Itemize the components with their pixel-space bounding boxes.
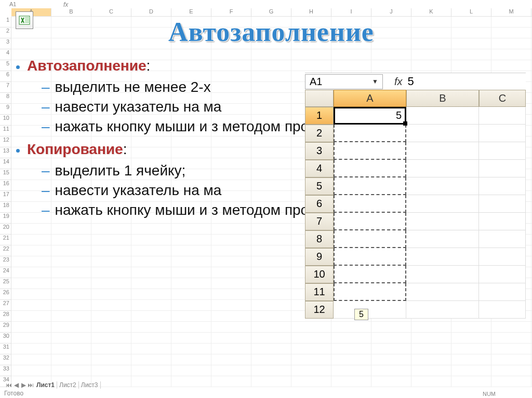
bg-cell — [11, 224, 51, 235]
bg-cell — [211, 311, 251, 322]
inset-col-header[interactable]: C — [479, 90, 526, 107]
tab-nav-first-icon[interactable]: ⏮ — [5, 381, 12, 389]
inset-cell[interactable] — [334, 177, 406, 195]
bg-row-header: 3 — [0, 38, 11, 49]
inset-cell[interactable] — [406, 248, 479, 266]
fill-handle[interactable] — [403, 121, 407, 126]
bg-cell — [91, 344, 131, 354]
inset-cell[interactable] — [334, 248, 406, 266]
bg-row-header: 22 — [0, 245, 11, 256]
bg-cell — [171, 224, 211, 235]
bg-col-header: I — [331, 8, 371, 17]
bg-column-headers: ABCDEFGHIJKLMNO — [0, 8, 532, 17]
bg-cell — [171, 278, 211, 289]
bg-cell — [51, 245, 91, 256]
bg-cell — [251, 278, 291, 289]
inset-cell[interactable] — [479, 160, 526, 177]
inset-cell[interactable] — [406, 160, 479, 177]
inset-cell[interactable] — [406, 195, 479, 213]
sheet-tab[interactable]: Лист1 — [34, 381, 57, 389]
bg-cell — [131, 311, 171, 322]
inset-cell[interactable] — [479, 195, 526, 213]
bg-cell — [251, 300, 291, 311]
inset-cell[interactable] — [406, 107, 479, 125]
inset-col-header[interactable]: B — [406, 90, 479, 107]
inset-cell[interactable]: 55 — [334, 107, 406, 125]
sheet-tab[interactable]: Лист3 — [79, 381, 101, 389]
inset-cell[interactable] — [479, 248, 526, 266]
inset-cell[interactable] — [334, 142, 406, 160]
tab-nav-prev-icon[interactable]: ◀ — [12, 381, 20, 389]
inset-cell[interactable] — [406, 142, 479, 160]
inset-row-header[interactable]: 10 — [305, 266, 334, 283]
dropdown-icon[interactable]: ▼ — [372, 78, 378, 85]
inset-cell[interactable] — [406, 213, 479, 230]
inset-col-header[interactable]: A — [334, 90, 406, 107]
bg-cell — [131, 224, 171, 235]
inset-row-header[interactable]: 1 — [305, 107, 334, 125]
inset-cell[interactable] — [334, 266, 406, 283]
inset-cell[interactable] — [479, 283, 526, 301]
inset-row-header[interactable]: 5 — [305, 177, 334, 195]
inset-cell[interactable] — [479, 107, 526, 125]
inset-row-header[interactable]: 8 — [305, 230, 334, 248]
status-text: Готово — [4, 390, 23, 397]
inset-row-header[interactable]: 2 — [305, 125, 334, 142]
bg-cell — [171, 300, 211, 311]
inset-cell[interactable] — [406, 301, 479, 319]
bg-col-header: D — [131, 8, 171, 17]
inset-cell[interactable] — [334, 195, 406, 213]
inset-row-header[interactable]: 6 — [305, 195, 334, 213]
inset-select-all[interactable] — [305, 90, 334, 107]
inset-cell[interactable] — [334, 125, 406, 142]
bg-cell — [51, 289, 91, 300]
bg-cell — [251, 267, 291, 278]
inset-cell[interactable] — [479, 213, 526, 230]
sheet-tabs[interactable]: ⏮ ◀ ▶ ⏭ Лист1Лист2Лист3 — [5, 381, 101, 389]
bg-cell — [331, 333, 371, 344]
inset-row-header[interactable]: 7 — [305, 213, 334, 230]
inset-name-box[interactable]: A1 ▼ — [305, 74, 383, 89]
bg-row-header: 23 — [0, 256, 11, 267]
bg-row-header: 9 — [0, 104, 11, 115]
inset-cell[interactable] — [334, 301, 406, 319]
bg-cell — [451, 322, 491, 333]
bg-cell — [91, 278, 131, 289]
inset-cell[interactable] — [334, 283, 406, 301]
bg-cell — [131, 376, 171, 387]
bg-cell — [131, 235, 171, 245]
inset-cell[interactable] — [479, 230, 526, 248]
inset-cell[interactable] — [479, 301, 526, 319]
inset-row-header[interactable]: 9 — [305, 248, 334, 266]
tab-nav-last-icon[interactable]: ⏭ — [27, 381, 34, 389]
inset-row-header[interactable]: 11 — [305, 283, 334, 301]
inset-cell[interactable] — [406, 266, 479, 283]
tab-nav-next-icon[interactable]: ▶ — [20, 381, 27, 389]
bg-cell — [491, 333, 531, 344]
inset-row-header[interactable]: 3 — [305, 142, 334, 160]
fx-icon[interactable]: fx — [394, 76, 403, 88]
inset-row-header[interactable]: 12 — [305, 301, 334, 319]
bg-cell — [11, 278, 51, 289]
inset-cell[interactable] — [479, 142, 526, 160]
bg-cell — [11, 354, 51, 365]
inset-cell[interactable] — [334, 213, 406, 230]
bg-row-header: 16 — [0, 180, 11, 191]
inset-cell[interactable] — [334, 230, 406, 248]
bg-cell — [331, 365, 371, 376]
bg-cell — [171, 354, 211, 365]
bg-row-header: 24 — [0, 267, 11, 278]
inset-cell[interactable] — [406, 230, 479, 248]
bg-cell — [411, 344, 451, 354]
inset-cell[interactable] — [334, 160, 406, 177]
inset-cell[interactable] — [406, 125, 479, 142]
inset-row-header[interactable]: 4 — [305, 160, 334, 177]
sheet-tab[interactable]: Лист2 — [57, 381, 79, 389]
bg-row-header: 15 — [0, 169, 11, 180]
inset-cell[interactable] — [406, 177, 479, 195]
inset-cell[interactable] — [479, 177, 526, 195]
inset-cell[interactable] — [479, 266, 526, 283]
inset-cell[interactable] — [479, 125, 526, 142]
inset-cell[interactable] — [406, 283, 479, 301]
bg-cell — [211, 224, 251, 235]
